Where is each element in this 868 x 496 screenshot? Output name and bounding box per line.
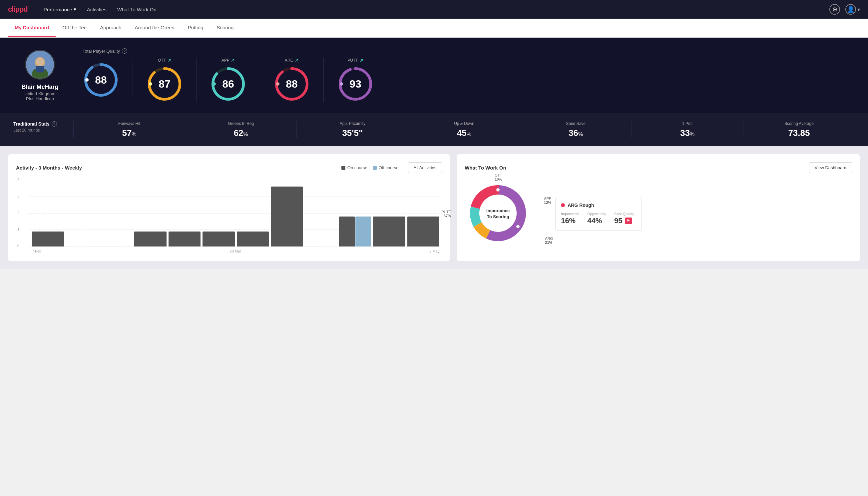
off-course-label: Off course: [379, 165, 399, 170]
player-name: Blair McHarg: [21, 83, 58, 91]
on-course-bar: [169, 232, 201, 247]
tab-my-dashboard[interactable]: My Dashboard: [8, 19, 56, 37]
chart-area: 4 3 2 1 0 7 Feb 28 Mar 9 May: [16, 180, 442, 253]
on-course-label: On course: [347, 165, 367, 170]
bar-group: [32, 232, 64, 247]
arg-donut-label: ARG 21%: [545, 236, 553, 245]
donut-center: ImportanceTo Scoring: [486, 208, 510, 220]
chevron-down-icon: ▾: [857, 6, 860, 13]
card-stat-importance: Importance 16%: [561, 212, 579, 225]
chevron-down-icon: ▾: [74, 6, 76, 12]
bar-group: [407, 217, 439, 247]
donut-wrapper: OTT 10% APP 12% ARG 21% PUTT 57%: [464, 180, 531, 248]
svg-point-24: [496, 188, 500, 191]
app-score-value: 86: [222, 78, 234, 90]
user-menu[interactable]: 👤 ▾: [845, 4, 860, 15]
stats-bar: Traditional Stats ? Last 20 rounds Fairw…: [0, 113, 868, 146]
total-quality-label: Total Player Quality ?: [83, 48, 855, 53]
all-activities-button[interactable]: All Activities: [408, 162, 442, 173]
arrow-up-icon: ↗: [231, 58, 235, 63]
work-on-title: What To Work On: [464, 165, 506, 171]
on-course-bar: [32, 232, 64, 247]
score-circles: 88 OTT ↗ 87: [83, 58, 855, 102]
x-label-mar: 28 Mar: [230, 249, 241, 253]
stats-sublabel: Last 20 rounds: [13, 128, 63, 133]
help-icon[interactable]: ?: [122, 48, 127, 53]
off-course-dot: [373, 166, 377, 170]
chart-legend: On course Off course: [342, 165, 399, 170]
tab-scoring[interactable]: Scoring: [210, 19, 240, 37]
app-donut-label: APP 12%: [544, 197, 551, 204]
svg-rect-4: [36, 66, 44, 72]
nav-what-to-work-on[interactable]: What To Work On: [117, 7, 157, 12]
activity-title: Activity - 3 Months - Weekly: [16, 165, 82, 171]
chart-controls: On course Off course All Activities: [342, 162, 442, 173]
putt-donut-label: PUTT 57%: [441, 210, 451, 218]
arrow-up-icon: ↗: [167, 58, 171, 63]
top-nav: clippd Performance ▾ Activities What To …: [0, 0, 868, 19]
tab-putting[interactable]: Putting: [181, 19, 210, 37]
off-course-bar: [356, 217, 371, 247]
card-stats: Importance 16% Opportunity 44% Shot Qual…: [561, 212, 636, 225]
arrow-up-icon: ↗: [359, 58, 363, 63]
putt-score: PUTT ↗ 93: [324, 58, 387, 102]
stat-sand-save: Sand Save 36%: [520, 121, 632, 138]
on-course-bar: [373, 217, 405, 247]
nav-performance[interactable]: Performance ▾: [44, 6, 76, 12]
app-circle: 86: [210, 66, 247, 102]
x-label-feb: 7 Feb: [32, 249, 41, 253]
stat-greens-in-reg: Greens In Reg 62%: [185, 121, 297, 138]
putt-label: PUTT ↗: [347, 58, 363, 63]
nav-right: ⊕ 👤 ▾: [830, 4, 860, 15]
tab-off-the-tee[interactable]: Off the Tee: [56, 19, 93, 37]
on-course-bar: [271, 187, 303, 247]
arrow-up-icon: ↗: [295, 58, 299, 63]
arg-label: ARG ↗: [285, 58, 299, 63]
card-stat-shot-quality: Shot Quality 95 ⚑: [614, 212, 634, 225]
svg-point-19: [340, 82, 343, 86]
ott-label: OTT ↗: [158, 58, 171, 63]
stat-items: Fairways Hit 57% Greens In Reg 62% App. …: [73, 121, 855, 138]
stat-fairways-hit: Fairways Hit 57%: [73, 121, 185, 138]
bottom-panels: Activity - 3 Months - Weekly On course O…: [0, 146, 868, 269]
card-stat-opportunity: Opportunity 44%: [587, 212, 606, 225]
bar-group: [134, 232, 166, 247]
bar-group: [203, 232, 235, 247]
arg-circle: 88: [273, 66, 310, 102]
player-handicap: Plus Handicap: [26, 96, 54, 101]
tab-around-the-green[interactable]: Around the Green: [128, 19, 181, 37]
stats-label-section: Traditional Stats ? Last 20 rounds: [13, 121, 73, 133]
work-on-panel: What To Work On View Dashboard OTT 10% A…: [457, 154, 860, 261]
player-country: United Kingdom: [25, 91, 56, 96]
stats-help-icon[interactable]: ?: [52, 121, 57, 127]
view-dashboard-button[interactable]: View Dashboard: [809, 162, 852, 173]
svg-point-3: [36, 58, 44, 66]
player-info: Blair McHarg United Kingdom Plus Handica…: [13, 50, 67, 101]
stats-label: Traditional Stats ?: [13, 121, 63, 127]
bar-group: [339, 217, 371, 247]
on-course-bar: [134, 232, 166, 247]
bar-group: [373, 217, 405, 247]
ott-donut-label: OTT 10%: [495, 173, 502, 181]
stat-scoring-average: Scoring Average 73.85: [743, 121, 855, 138]
on-course-dot: [342, 166, 345, 170]
legend-off-course: Off course: [373, 165, 399, 170]
app-score: APP ↗ 86: [196, 58, 260, 102]
svg-point-10: [149, 82, 152, 86]
chart-x-labels: 7 Feb 28 Mar 9 May: [29, 249, 442, 253]
tab-approach[interactable]: Approach: [93, 19, 128, 37]
activity-panel-header: Activity - 3 Months - Weekly On course O…: [16, 162, 442, 173]
svg-point-7: [85, 78, 89, 82]
nav-activities[interactable]: Activities: [87, 7, 107, 12]
chart-bars: [29, 180, 442, 247]
flag-icon: ⚑: [625, 218, 632, 224]
ott-score-value: 87: [159, 78, 171, 90]
add-button[interactable]: ⊕: [830, 4, 840, 15]
card-title: ARG Rough: [561, 203, 636, 208]
on-course-bar: [237, 232, 269, 247]
app-logo: clippd: [8, 5, 28, 14]
svg-point-16: [276, 82, 280, 86]
ott-circle: 87: [146, 66, 183, 102]
ott-score: OTT ↗ 87: [133, 58, 196, 102]
main-score: 88: [83, 62, 133, 98]
